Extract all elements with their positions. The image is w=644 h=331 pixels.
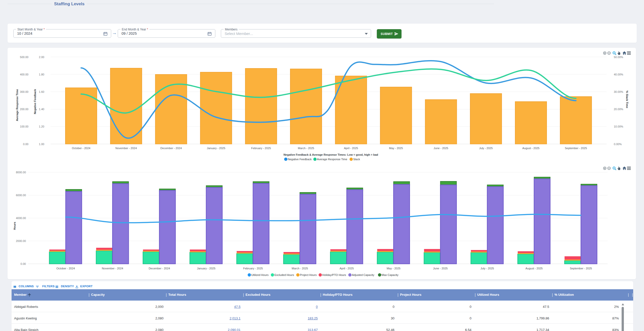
svg-text:4000.00: 4000.00 [16,217,26,220]
svg-text:2.00: 2.00 [39,56,44,59]
svg-text:Negative Feedback: Negative Feedback [33,89,36,114]
svg-text:Negative Feedback & Average Re: Negative Feedback & Average Response Tim… [284,153,378,156]
svg-text:October - 2024: October - 2024 [56,267,75,270]
svg-text:400.00: 400.00 [20,73,28,76]
svg-text:0.00%: 0.00% [614,143,622,146]
svg-text:6000.00: 6000.00 [16,194,26,197]
svg-text:September - 2025: September - 2025 [565,147,587,150]
svg-text:May - 2025: May - 2025 [387,267,400,270]
svg-text:30.00%: 30.00% [614,90,623,93]
svg-text:May - 2025: May - 2025 [389,147,403,150]
svg-text:Slack: Slack [353,158,360,161]
svg-text:June - 2025: June - 2025 [434,147,448,150]
svg-text:February - 2025: February - 2025 [251,147,271,150]
svg-text:0.00: 0.00 [21,262,26,265]
svg-text:1.20: 1.20 [39,125,44,128]
svg-text:January - 2025: January - 2025 [197,267,215,270]
svg-text:1.60: 1.60 [39,90,44,93]
svg-text:Average Response Time: Average Response Time [317,158,347,161]
svg-text:August - 2025: August - 2025 [522,147,540,150]
svg-text:March - 2025: March - 2025 [298,147,314,150]
svg-text:July - 2025: July - 2025 [479,147,493,150]
svg-text:2000.00: 2000.00 [16,239,26,242]
svg-text:Max Capacity: Max Capacity [382,273,398,276]
svg-text:Average Response Time: Average Response Time [16,89,19,121]
svg-text:10.00%: 10.00% [614,125,623,128]
svg-text:20.00%: 20.00% [614,108,623,111]
svg-text:November - 2024: November - 2024 [115,147,137,150]
svg-text:August - 2025: August - 2025 [526,267,543,270]
svg-text:June - 2025: June - 2025 [433,267,448,270]
svg-text:April - 2025: April - 2025 [340,267,354,270]
svg-text:Holiday/PTO Hours: Holiday/PTO Hours [322,273,346,276]
svg-text:Adjusted Capacity: Adjusted Capacity [352,273,374,276]
svg-text:December - 2024: December - 2024 [160,147,182,150]
svg-text:1.80: 1.80 [39,73,44,76]
svg-text:January - 2025: January - 2025 [207,147,225,150]
svg-text:December - 2024: December - 2024 [149,267,170,270]
svg-text:November - 2024: November - 2024 [102,267,123,270]
svg-text:1.00: 1.00 [39,143,44,146]
svg-text:February - 2025: February - 2025 [243,267,263,270]
svg-text:0.00: 0.00 [23,143,28,146]
svg-text:% Slack Time: % Slack Time [626,91,629,108]
svg-text:September - 2025: September - 2025 [570,267,592,270]
svg-text:50.00%: 50.00% [614,56,623,59]
svg-text:Negative Feedback: Negative Feedback [288,158,312,161]
svg-text:Project Hours: Project Hours [300,273,317,276]
svg-text:Hours: Hours [13,222,16,230]
svg-text:40.00%: 40.00% [614,73,623,76]
svg-text:300.00: 300.00 [20,90,28,93]
svg-text:200.00: 200.00 [20,108,28,111]
svg-text:8000.00: 8000.00 [16,171,26,174]
svg-text:Utilized Hours: Utilized Hours [251,273,269,276]
svg-text:100.00: 100.00 [20,125,28,128]
svg-text:1.40: 1.40 [39,108,44,111]
svg-text:April - 2025: April - 2025 [344,147,358,150]
svg-text:500.00: 500.00 [20,56,28,59]
svg-text:Excluded Hours: Excluded Hours [274,273,294,276]
svg-text:October - 2024: October - 2024 [72,147,90,150]
svg-text:March - 2025: March - 2025 [292,267,308,270]
svg-text:July - 2025: July - 2025 [480,267,494,270]
